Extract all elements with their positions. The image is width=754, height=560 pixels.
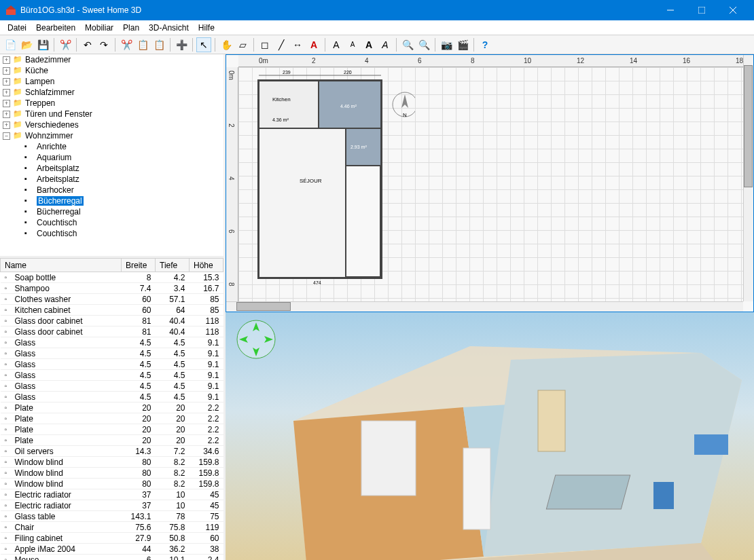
plan-view[interactable]: 0m24681012141618 0m2468 Kitchen 4.36 m² …	[226, 54, 754, 312]
table-row[interactable]: ▫Oil servers14.37.234.6	[1, 446, 223, 457]
text-bigger-icon[interactable]: A	[329, 37, 344, 52]
add-furniture-icon[interactable]: ➕	[174, 37, 189, 52]
table-row[interactable]: ▫Glass table143.17875	[1, 511, 223, 522]
plan-scrollbar-h[interactable]	[226, 301, 743, 312]
text-bold-icon[interactable]: A	[361, 37, 376, 52]
menu-datei[interactable]: Datei	[3, 22, 31, 34]
tree-item[interactable]: ▪Couchtisch	[0, 228, 223, 239]
expand-icon[interactable]: +	[3, 100, 10, 107]
paste-icon[interactable]: 📋	[151, 37, 166, 52]
col-tiefe[interactable]: Tiefe	[156, 259, 190, 272]
tree-category[interactable]: +📁Badezimmer	[0, 54, 223, 65]
table-row[interactable]: ▫Glass door cabinet8140.4118	[1, 316, 223, 326]
floor-plan[interactable]: Kitchen 4.36 m² 4.46 m² 2.93 m² SÉJOUR 2…	[238, 67, 415, 291]
tree-item[interactable]: ▪Aquarium	[0, 152, 223, 163]
view-3d[interactable]	[226, 312, 754, 560]
cut-icon[interactable]: ✂️	[58, 37, 73, 52]
minimize-button[interactable]	[655, 0, 686, 20]
save-file-icon[interactable]: 💾	[35, 37, 50, 52]
maximize-button[interactable]	[686, 0, 717, 20]
text-smaller-icon[interactable]: A	[345, 37, 360, 52]
table-row[interactable]: ▫Glass door cabinet8140.4118	[1, 326, 223, 337]
table-row[interactable]: ▫Mouse610.12.4	[1, 555, 223, 561]
ruler-tick: 16	[683, 57, 690, 64]
expand-icon[interactable]: +	[3, 67, 10, 75]
table-row[interactable]: ▫Shampoo7.43.416.7	[1, 283, 223, 294]
text-italic-icon[interactable]: A	[378, 37, 393, 52]
folder-icon: 📁	[13, 120, 22, 130]
expand-icon[interactable]: +	[3, 78, 10, 86]
camera-icon[interactable]: 📷	[439, 37, 454, 52]
help-icon[interactable]: ?	[478, 37, 492, 52]
col-name[interactable]: Name	[1, 259, 122, 272]
table-row[interactable]: ▫Electric radiator371045	[1, 489, 223, 500]
table-row[interactable]: ▫Clothes washer6057.185	[1, 294, 223, 305]
table-row[interactable]: ▫Apple iMac 20044436.238	[1, 544, 223, 555]
table-row[interactable]: ▫Plate20202.2	[1, 435, 223, 446]
tree-category[interactable]: −📁Wohnzimmer	[0, 130, 223, 141]
table-row[interactable]: ▫Soap bottle84.215.3	[1, 272, 223, 283]
undo-icon[interactable]: ↶	[80, 37, 95, 52]
close-button[interactable]	[717, 0, 749, 20]
col-breite[interactable]: Breite	[122, 259, 156, 272]
table-row[interactable]: ▫Window blind808.2159.8	[1, 468, 223, 479]
room-tool-icon[interactable]: ◻	[257, 37, 272, 52]
catalog-tree[interactable]: +📁Badezimmer+📁Küche+📁Lampen+📁Schlafzimme…	[0, 54, 223, 258]
table-row[interactable]: ▫Chair75.675.8119	[1, 522, 223, 533]
tree-item[interactable]: ▪Bücherregal	[0, 206, 223, 217]
expand-icon[interactable]: +	[3, 89, 10, 96]
furniture-list[interactable]: Name Breite Tiefe Höhe ▫Soap bottle84.21…	[0, 258, 223, 560]
zoom-out-icon[interactable]: 🔍	[416, 37, 431, 52]
tree-item[interactable]: ▪Arbeitsplatz	[0, 163, 223, 174]
expand-icon[interactable]: +	[3, 111, 10, 118]
table-row[interactable]: ▫Plate20202.2	[1, 424, 223, 435]
video-icon[interactable]: 🎬	[455, 37, 470, 52]
tree-item[interactable]: ▪Couchtisch	[0, 217, 223, 228]
tree-item[interactable]: ▪Bücherregal	[0, 195, 223, 206]
table-row[interactable]: ▫Glass4.54.59.1	[1, 370, 223, 381]
tree-category[interactable]: +📁Schlafzimmer	[0, 87, 223, 98]
table-row[interactable]: ▫Window blind808.2159.8	[1, 479, 223, 489]
table-row[interactable]: ▫Glass4.54.59.1	[1, 337, 223, 348]
menu-plan[interactable]: Plan	[118, 22, 144, 34]
menu-3d-ansicht[interactable]: 3D-Ansicht	[144, 22, 194, 34]
table-row[interactable]: ▫Kitchen cabinet606485	[1, 305, 223, 316]
table-row[interactable]: ▫Glass4.54.59.1	[1, 392, 223, 403]
zoom-in-icon[interactable]: 🔍	[400, 37, 415, 52]
table-row[interactable]: ▫Glass4.54.59.1	[1, 348, 223, 359]
expand-icon[interactable]: +	[3, 122, 10, 129]
table-row[interactable]: ▫Plate20202.2	[1, 403, 223, 413]
tree-category[interactable]: +📁Lampen	[0, 76, 223, 87]
select-tool-icon[interactable]: ↖	[196, 37, 211, 52]
expand-icon[interactable]: +	[3, 56, 10, 64]
table-row[interactable]: ▫Glass4.54.59.1	[1, 381, 223, 392]
tree-item[interactable]: ▪Arbeitsplatz	[0, 174, 223, 185]
copy-icon[interactable]: 📋	[135, 37, 150, 52]
plan-scrollbar-v[interactable]	[743, 55, 753, 301]
line-tool-icon[interactable]: ╱	[274, 37, 289, 52]
tree-item[interactable]: ▪Barhocker	[0, 185, 223, 195]
wall-tool-icon[interactable]: ▱	[235, 37, 250, 52]
tree-category[interactable]: +📁Verschiedenes	[0, 119, 223, 130]
expand-icon[interactable]: −	[3, 132, 10, 140]
text-tool-icon[interactable]: A	[306, 37, 321, 52]
tree-category[interactable]: +📁Küche	[0, 65, 223, 76]
pan-tool-icon[interactable]: ✋	[219, 37, 234, 52]
cut2-icon[interactable]: ✂️	[119, 37, 134, 52]
new-file-icon[interactable]: 📄	[3, 37, 18, 52]
table-row[interactable]: ▫Window blind808.2159.8	[1, 457, 223, 468]
table-row[interactable]: ▫Plate20202.2	[1, 413, 223, 424]
dimension-tool-icon[interactable]: ↔	[290, 37, 305, 52]
tree-item[interactable]: ▪Anrichte	[0, 141, 223, 152]
table-row[interactable]: ▫Filing cabinet27.950.860	[1, 533, 223, 544]
redo-icon[interactable]: ↷	[96, 37, 111, 52]
menu-bearbeiten[interactable]: Bearbeiten	[31, 22, 80, 34]
tree-category[interactable]: +📁Treppen	[0, 98, 223, 109]
tree-category[interactable]: +📁Türen und Fenster	[0, 109, 223, 119]
table-row[interactable]: ▫Glass4.54.59.1	[1, 359, 223, 370]
menu-mobiliar[interactable]: Mobiliar	[80, 22, 118, 34]
col-hoehe[interactable]: Höhe	[190, 259, 223, 272]
open-file-icon[interactable]: 📂	[19, 37, 34, 52]
menu-hilfe[interactable]: Hilfe	[194, 22, 219, 34]
table-row[interactable]: ▫Electric radiator371045	[1, 500, 223, 511]
